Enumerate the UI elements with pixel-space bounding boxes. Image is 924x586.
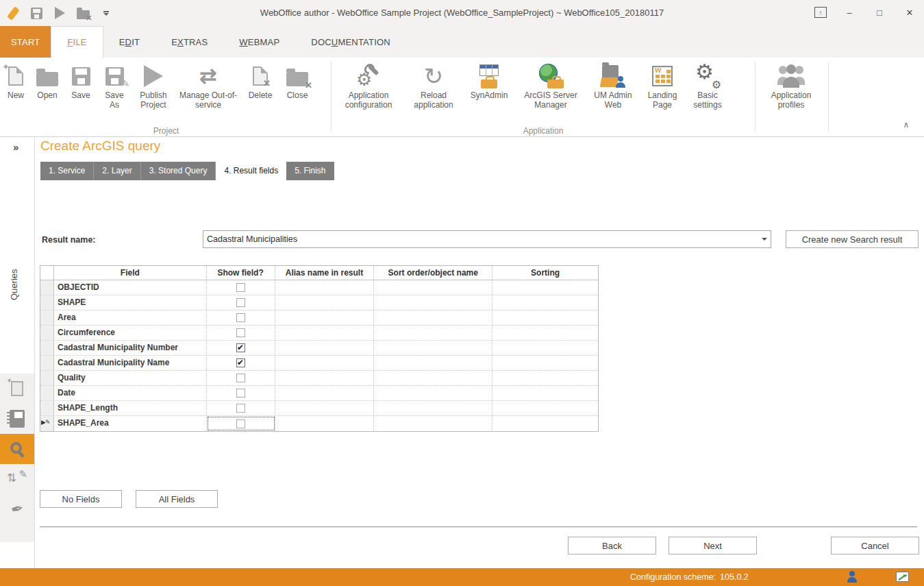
basic-settings-button[interactable]: ⚙⚙ Basic settings (685, 60, 730, 111)
alias-cell[interactable] (275, 371, 375, 385)
chevron-down-icon[interactable] (758, 231, 771, 247)
show-field-checkbox[interactable] (236, 283, 245, 292)
back-button[interactable]: Back (568, 537, 656, 554)
sort-order-cell[interactable] (374, 310, 492, 325)
sidebar-item-edit[interactable]: ⇅✎ (0, 464, 34, 494)
show-field-checkbox[interactable] (236, 358, 245, 367)
step-service[interactable]: 1. Service (40, 162, 94, 180)
landing-page-button[interactable]: Landing Page (640, 60, 685, 111)
sort-order-cell[interactable] (374, 326, 492, 340)
sort-order-cell[interactable] (374, 341, 492, 355)
maximize-icon[interactable]: □ (872, 5, 887, 19)
sorting-cell[interactable] (492, 326, 598, 340)
synadmin-button[interactable]: SynAdmin (463, 60, 515, 101)
table-row[interactable]: SHAPE (40, 295, 598, 310)
open-button[interactable]: Open (30, 60, 64, 101)
alias-cell[interactable] (275, 295, 375, 310)
show-field-checkbox[interactable] (236, 374, 245, 382)
tab-file[interactable]: FILE (51, 26, 103, 58)
sort-order-cell[interactable] (374, 401, 492, 415)
all-fields-button[interactable]: All Fields (136, 490, 218, 508)
alias-cell[interactable] (275, 326, 375, 340)
show-field-checkbox[interactable] (236, 389, 245, 398)
step-layer[interactable]: 2. Layer (94, 162, 140, 180)
sort-order-cell[interactable] (374, 416, 492, 431)
sorting-cell[interactable] (492, 401, 598, 415)
table-row[interactable]: Cadastral Municipality Number (40, 341, 598, 356)
tab-edit[interactable]: EDIT (103, 26, 155, 58)
sort-order-cell[interactable] (374, 295, 492, 310)
row-selector-cell[interactable] (40, 310, 54, 325)
application-configuration-button[interactable]: ⚙ Application configuration (333, 60, 404, 111)
table-row[interactable]: Circumference (40, 326, 598, 341)
sort-order-cell[interactable] (374, 356, 492, 370)
row-selector-cell[interactable] (40, 341, 54, 355)
table-row[interactable]: Cadastral Municipality Name (40, 356, 598, 371)
sorting-cell[interactable] (492, 280, 598, 295)
step-stored-query[interactable]: 3. Stored Query (141, 162, 216, 180)
tab-start[interactable]: START (0, 26, 51, 58)
sorting-cell[interactable] (492, 295, 598, 310)
row-selector-cell[interactable] (40, 401, 54, 415)
tab-webmap[interactable]: WEBMAP (223, 26, 295, 58)
stats-icon[interactable] (896, 572, 909, 582)
application-profiles-button[interactable]: Application profiles (757, 60, 825, 111)
row-selector-cell[interactable] (40, 356, 54, 370)
sort-order-cell[interactable] (374, 371, 492, 385)
table-row[interactable]: Date (40, 386, 598, 401)
sidebar-item-queries[interactable] (0, 434, 34, 464)
alias-cell[interactable] (275, 386, 375, 400)
alias-cell[interactable] (275, 310, 375, 325)
row-selector-cell[interactable] (40, 295, 54, 310)
result-name-combobox[interactable]: Cadastral Municipalities (203, 230, 771, 248)
alias-cell[interactable] (275, 416, 375, 431)
alias-cell[interactable] (275, 356, 375, 370)
table-row[interactable]: Quality (40, 371, 598, 386)
show-field-checkbox[interactable] (236, 404, 245, 413)
sidebar-item-pen[interactable]: ✒ (0, 494, 34, 524)
step-result-fields[interactable]: 4. Result fields (216, 162, 286, 180)
save-as-button[interactable]: Save As (97, 60, 132, 111)
new-button[interactable]: New (1, 60, 30, 101)
next-button[interactable]: Next (669, 537, 757, 554)
row-selector-cell[interactable] (40, 326, 54, 340)
show-field-checkbox[interactable] (236, 298, 245, 307)
no-fields-button[interactable]: No Fields (40, 490, 122, 508)
alias-cell[interactable] (275, 341, 375, 355)
row-selector-cell[interactable] (40, 371, 54, 385)
arcgis-server-manager-button[interactable]: ArcGIS Server Manager (515, 60, 586, 111)
delete-button[interactable]: ✕ Delete (241, 60, 279, 101)
publish-project-button[interactable]: Publish Project (132, 60, 175, 111)
expand-panel-icon[interactable]: » (13, 141, 18, 153)
user-icon[interactable] (847, 571, 857, 583)
sorting-cell[interactable] (492, 371, 598, 385)
minimize-icon[interactable]: – (842, 5, 857, 19)
row-selector-cell[interactable] (40, 280, 54, 295)
show-field-checkbox[interactable] (236, 313, 245, 322)
show-field-checkbox[interactable] (236, 419, 245, 428)
show-field-checkbox[interactable] (236, 328, 245, 337)
cancel-button[interactable]: Cancel (831, 537, 919, 554)
alias-cell[interactable] (275, 401, 375, 415)
tab-documentation[interactable]: DOCUMENTATION (295, 26, 406, 58)
save-button[interactable]: Save (64, 60, 97, 101)
pin-window-icon[interactable]: ↑ (814, 7, 827, 18)
table-row[interactable]: Area (40, 310, 598, 326)
sorting-cell[interactable] (492, 416, 598, 431)
sidebar-item-notebook[interactable] (0, 404, 34, 434)
table-row[interactable]: SHAPE_Length (40, 401, 598, 416)
close-button[interactable]: ✕ Close (279, 60, 315, 101)
sorting-cell[interactable] (492, 310, 598, 325)
step-finish[interactable]: 5. Finish (286, 162, 334, 180)
sorting-cell[interactable] (492, 341, 598, 355)
manage-out-of-service-button[interactable]: ⇄ Manage Out-of-service (175, 60, 241, 111)
show-field-checkbox[interactable] (236, 343, 245, 352)
alias-cell[interactable] (275, 280, 375, 295)
row-selector-cell[interactable] (40, 416, 54, 431)
row-selector-cell[interactable] (40, 386, 54, 400)
sorting-cell[interactable] (492, 386, 598, 400)
create-new-search-result-button[interactable]: Create new Search result (786, 230, 919, 248)
table-row[interactable]: OBJECTID (40, 280, 598, 295)
reload-application-button[interactable]: ↻ Reload application (404, 60, 463, 111)
sort-order-cell[interactable] (374, 386, 492, 400)
